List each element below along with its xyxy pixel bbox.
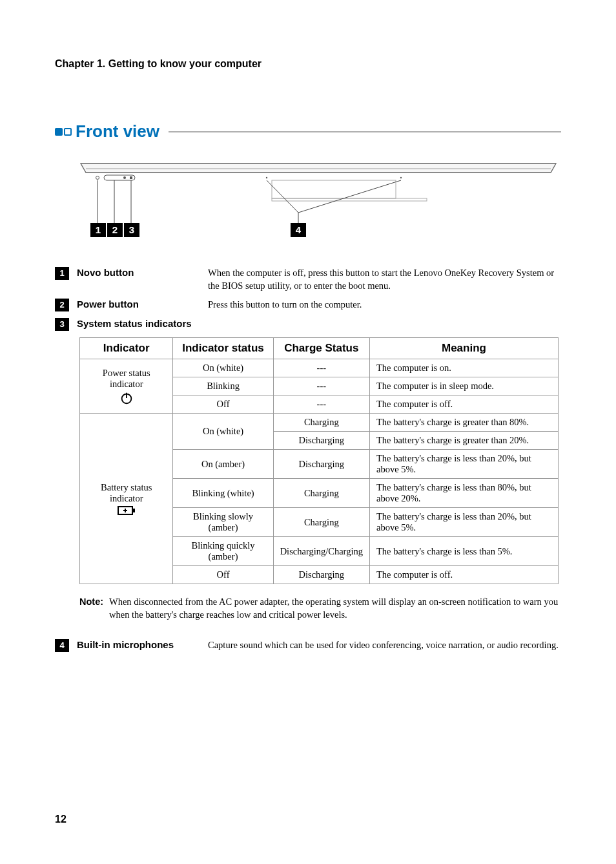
section-title: Front view (76, 121, 159, 142)
cell-charge: Charging (273, 508, 369, 537)
svg-point-3 (123, 176, 126, 179)
cell-charge: Discharging (273, 566, 369, 584)
cell-indstatus: Off (173, 395, 273, 414)
item-label: Built-in microphones (69, 639, 208, 650)
page-number: 12 (55, 814, 67, 825)
power-status-label: Power status indicator (103, 368, 150, 389)
callout-1-icon: 1 (55, 267, 69, 280)
svg-rect-4 (130, 176, 132, 179)
cell-charge: --- (273, 359, 369, 377)
cell-meaning: The battery's charge is greater than 80%… (369, 414, 558, 432)
status-indicator-table: Indicator Indicator status Charge Status… (79, 337, 559, 584)
svg-text:2: 2 (112, 224, 118, 235)
power-icon (87, 391, 166, 405)
svg-line-13 (298, 180, 401, 213)
battery-status-label: Battery status indicator (101, 482, 152, 503)
battery-icon (87, 505, 166, 516)
cell-meaning: The battery's charge is less than 20%, b… (369, 508, 558, 537)
item-label: Novo button (69, 267, 208, 278)
note-label: Note: (79, 596, 109, 621)
th-meaning: Meaning (369, 338, 558, 359)
cell-charge: Discharging (273, 450, 369, 479)
cell-indstatus: Blinking (white) (173, 479, 273, 508)
callout-3-icon: 3 (55, 318, 69, 331)
item-power-button: 2 Power button Press this button to turn… (55, 299, 561, 311)
cell-meaning: The battery's charge is less than 20%, b… (369, 450, 558, 479)
cell-meaning: The computer is off. (369, 566, 558, 584)
svg-point-6 (400, 177, 402, 178)
device-front-diagram: 1 2 3 4 (55, 161, 561, 248)
cell-indstatus: Blinking (173, 377, 273, 395)
cell-meaning: The computer is off. (369, 395, 558, 414)
cell-indstatus: On (amber) (173, 450, 273, 479)
note-text: When disconnected from the AC power adap… (109, 596, 561, 621)
cell-indstatus: On (white) (173, 414, 273, 450)
cell-charge: Discharging (273, 432, 369, 450)
svg-rect-26 (133, 509, 135, 512)
svg-line-12 (267, 180, 298, 213)
item-system-status: 3 System status indicators (55, 318, 561, 331)
cell-meaning: The battery's charge is less than 5%. (369, 537, 558, 566)
cell-meaning: The computer is in sleep mode. (369, 377, 558, 395)
cell-meaning: The computer is on. (369, 359, 558, 377)
item-label: Power button (69, 299, 208, 310)
note-block: Note: When disconnected from the AC powe… (79, 596, 561, 621)
svg-text:1: 1 (96, 224, 101, 235)
cell-indstatus: Blinking quickly (amber) (173, 537, 273, 566)
th-indicator-status: Indicator status (173, 338, 273, 359)
table-row: Battery status indicator On (white) Char… (80, 414, 559, 432)
svg-point-1 (96, 176, 99, 180)
table-row: Power status indicator On (white) --- Th… (80, 359, 559, 377)
svg-rect-7 (272, 180, 396, 198)
cell-charge: --- (273, 377, 369, 395)
section-heading: Front view (55, 121, 561, 142)
cell-charge: --- (273, 395, 369, 414)
th-charge-status: Charge Status (273, 338, 369, 359)
cell-indstatus: Blinking slowly (amber) (173, 508, 273, 537)
chapter-title: Chapter 1. Getting to know your computer (55, 58, 561, 70)
cell-charge: Charging (273, 479, 369, 508)
cell-charge: Charging (273, 414, 369, 432)
callout-4-icon: 4 (55, 639, 69, 652)
cell-indstatus: On (white) (173, 359, 273, 377)
cell-indstatus: Off (173, 566, 273, 584)
callout-2-icon: 2 (55, 299, 69, 311)
item-desc: When the computer is off, press this but… (208, 267, 561, 292)
cell-meaning: The battery's charge is greater than 20%… (369, 432, 558, 450)
item-microphones: 4 Built-in microphones Capture sound whi… (55, 639, 561, 652)
th-indicator: Indicator (80, 338, 173, 359)
svg-text:4: 4 (296, 224, 302, 235)
svg-text:3: 3 (129, 224, 134, 235)
row-head-battery: Battery status indicator (80, 414, 173, 584)
section-bullets-icon (55, 128, 72, 136)
svg-rect-8 (272, 198, 427, 201)
row-head-power: Power status indicator (80, 359, 173, 414)
cell-meaning: The battery's charge is less than 80%, b… (369, 479, 558, 508)
item-label: System status indicators (69, 318, 208, 329)
cell-charge: Discharging/Charging (273, 537, 369, 566)
svg-point-5 (266, 177, 267, 178)
item-novo-button: 1 Novo button When the computer is off, … (55, 267, 561, 292)
item-desc: Press this button to turn on the compute… (208, 299, 561, 311)
item-desc: Capture sound which can be used for vide… (208, 639, 561, 652)
